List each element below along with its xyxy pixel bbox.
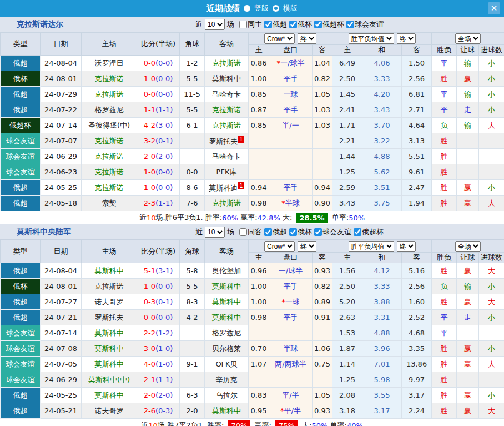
cell-odds-home: 2.50 (332, 71, 362, 87)
cell-date: 24-07-05 (41, 357, 82, 372)
page-title: 近期战绩 (206, 3, 240, 14)
titlebar: 近期战绩 竖版 横版 ✕ (0, 0, 504, 17)
col-header-home: 主场 (82, 33, 137, 56)
cell-date: 24-06-29 (41, 149, 82, 164)
subcol-odds-draw: 和 (362, 45, 402, 56)
cell-odds-home: 2.50 (332, 279, 362, 294)
injury-badge: 1 (238, 182, 244, 189)
recent-count-select[interactable]: 10 (205, 227, 225, 238)
cell-date: 24-08-04 (41, 263, 82, 279)
cell-ah-home-odds (249, 372, 269, 388)
cell-date: 24-07-21 (41, 310, 82, 325)
cell-away-team: 乌拉尔 (205, 388, 249, 403)
cell-ah-handicap: 平手 (269, 102, 313, 118)
cell-home-team: 克拉斯诺 (82, 149, 137, 164)
cell-ah-away-odds: 1.03 (313, 102, 332, 118)
cell-away-team: 奥伦堡加 (205, 263, 249, 279)
col-header-date: 日期 (41, 33, 82, 56)
cell-odds-draw: 4.20 (362, 87, 402, 102)
cell-league-type: 俄超 (1, 388, 41, 403)
cell-corners (180, 325, 205, 341)
cell-corners: 6-3 (180, 388, 205, 403)
cell-league-type: 球会友谊 (1, 164, 41, 180)
cell-ah-handicap: 两/两球半 (269, 357, 313, 372)
bookmaker-select[interactable]: Crow* (264, 241, 295, 252)
scope-controls: 全场 (432, 33, 504, 45)
close-icon[interactable]: ✕ (488, 2, 500, 14)
bookmaker-select[interactable]: Crow* (264, 33, 295, 44)
avg-odds-select[interactable]: 胜平负均值 (349, 33, 394, 44)
cell-score: 5-1(3-1) (137, 263, 180, 279)
cell-score: 2-1(1-1) (137, 372, 180, 388)
cell-corners: 1-2 (180, 56, 205, 71)
league-checkbox-2[interactable] (289, 228, 297, 236)
cell-handicap-result: 赢 (457, 196, 479, 211)
league-checkbox-4[interactable] (346, 21, 354, 28)
cell-home-team: 克拉斯诺 (82, 71, 137, 87)
cell-odds-home: 2.63 (332, 310, 362, 325)
cell-odds-draw: 5.98 (362, 372, 402, 388)
league-checkbox-4[interactable] (354, 228, 361, 236)
cell-goals-total: 小 (479, 102, 504, 118)
match-row: 俄超24-08-04莫斯科中5-1(3-1)5-8奥伦堡加0.96一/球半0.9… (1, 263, 504, 279)
scope-select[interactable]: 全场 (455, 241, 481, 252)
cell-handicap-result: 走 (457, 310, 479, 325)
ah-time-select[interactable]: 终 (298, 241, 316, 252)
cell-score: 1-0(0-0) (137, 279, 180, 294)
vertical-layout-label[interactable]: 竖版 (254, 3, 269, 13)
cell-odds-away: 5.51 (402, 149, 432, 164)
avg-time-select[interactable]: 终 (397, 33, 416, 44)
cell-odds-draw: 3.70 (362, 118, 402, 133)
team-section-1: 克拉斯诺达尔 近 10 场 同主 俄超俄杯俄超杯球会友谊 类型 日期 主场 比分… (0, 17, 504, 224)
cell-handicap-result (457, 325, 479, 341)
cell-goals-total: 小 (479, 71, 504, 87)
cell-odds-draw: 4.88 (362, 325, 402, 341)
cell-league-type: 球会友谊 (1, 372, 41, 388)
cell-handicap-result: 赢 (457, 180, 479, 196)
league-filters: 俄超俄杯俄超杯球会友谊 (262, 19, 384, 29)
cell-home-team: 莫斯科中 (82, 357, 137, 372)
cell-ah-home-odds (249, 133, 269, 149)
avg-time-select[interactable]: 终 (397, 241, 416, 252)
summary-part: 赢率: (238, 213, 258, 223)
subcol-handicap: 盘口 (269, 253, 313, 263)
cell-score: 2-2(1-2) (137, 325, 180, 341)
league-checkbox-1[interactable] (264, 21, 272, 28)
horizontal-layout-label[interactable]: 横版 (283, 3, 298, 13)
league-checkbox-3[interactable] (314, 21, 322, 28)
cell-goals-total: 大 (479, 263, 504, 279)
cell-odds-away: 1.50 (402, 56, 432, 71)
cell-odds-home: 1.25 (332, 372, 362, 388)
cell-ah-away-odds: 1.06 (313, 341, 332, 357)
vertical-layout-radio[interactable] (244, 5, 250, 12)
cell-league-type: 球会友谊 (1, 341, 41, 357)
team-section-2: 莫斯科中央陆军 近 10 场 同客 俄超俄杯球会友谊俄超杯 类型 日期 主场 比… (0, 224, 504, 426)
cell-odds-home: 3.18 (332, 403, 362, 419)
cell-ah-handicap: *平/半 (269, 403, 313, 419)
cell-odds-home: 2.08 (332, 388, 362, 403)
league-checkbox-2[interactable] (289, 21, 297, 28)
cell-handicap-result: 输 (457, 56, 479, 71)
same-venue-checkbox[interactable] (239, 228, 247, 236)
recent-count-select[interactable]: 10 (205, 19, 225, 30)
cell-ah-handicap: 半/一 (269, 118, 313, 133)
cell-corners: 7-6 (180, 196, 205, 211)
horizontal-layout-radio[interactable] (273, 5, 279, 12)
col-header-corners: 角球 (180, 33, 205, 56)
league-checkbox-3[interactable] (314, 228, 322, 236)
cell-away-team: 马哈奇卡 (205, 149, 249, 164)
cell-odds-draw: 3.51 (362, 180, 402, 196)
same-venue-checkbox[interactable] (239, 21, 247, 28)
avg-odds-select[interactable]: 胜平负均值 (349, 241, 394, 252)
cell-odds-home: 2.21 (332, 133, 362, 149)
cell-goals-total (479, 325, 504, 341)
scope-select[interactable]: 全场 (455, 33, 481, 44)
cell-ah-home-odds: 0.95 (249, 403, 269, 419)
cell-odds-home: 3.43 (332, 196, 362, 211)
cell-result: 胜 (432, 164, 457, 180)
league-checkbox-1[interactable] (264, 228, 272, 236)
match-row: 俄超杯24-07-14圣彼得堡(中)4-2(3-0)6-1克拉斯诺0.85半/一… (1, 118, 504, 133)
subcol-ah-home: 主 (249, 253, 269, 263)
ah-time-select[interactable]: 终 (298, 33, 316, 44)
cell-ah-away-odds: 0.82 (313, 279, 332, 294)
